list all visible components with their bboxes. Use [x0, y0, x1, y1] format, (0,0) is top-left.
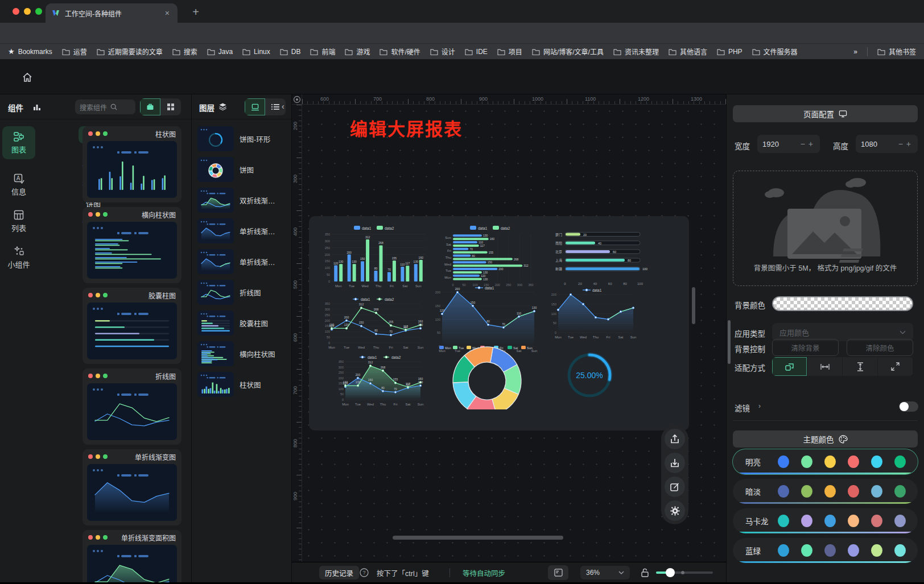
new-tab-button[interactable]: + — [188, 5, 204, 20]
settings-button[interactable] — [665, 500, 685, 521]
bookmark-folder[interactable]: Java — [207, 47, 233, 56]
bookmark-folder[interactable]: 文件服务器 — [752, 47, 798, 56]
zoom-slider[interactable] — [656, 571, 713, 574]
bookmark-folder[interactable]: 运营 — [62, 47, 87, 56]
bookmarks-overflow[interactable]: » — [853, 48, 857, 56]
canvas-horizontal-scrollbar[interactable] — [393, 536, 563, 540]
collapse-layers-icon[interactable]: ‹ — [282, 102, 284, 111]
bookmark-folder[interactable]: 前端 — [310, 47, 335, 56]
bg-color-swatch[interactable] — [772, 296, 913, 311]
chart-single-line-gradient-2[interactable]: 050100150200MonTueWedThuFriSatSundata1 — [547, 285, 639, 340]
chart-capsule[interactable]: 厦门20南阳40北京60上海80新疆100020406080100 — [548, 226, 649, 287]
export-button[interactable] — [665, 429, 685, 449]
bookmark-folder[interactable]: 网站/博客/文章/工具 — [532, 47, 604, 56]
maximize-window-button[interactable] — [35, 8, 42, 15]
browser-tab[interactable]: 工作空间-各种组件 × — [46, 3, 178, 23]
clear-color-button[interactable]: 清除颜色 — [847, 339, 913, 356]
width-stepper[interactable]: 1920 − + — [757, 135, 820, 153]
bookmark-folder[interactable]: 游戏 — [345, 47, 370, 56]
bookmark-folder[interactable]: Linux — [242, 47, 270, 56]
sidebar-item-1[interactable]: 图表 — [2, 126, 35, 159]
bookmark-folder[interactable]: 软件/硬件 — [380, 47, 420, 56]
layer-item[interactable]: 单折线渐… — [197, 218, 287, 243]
clear-background-button[interactable]: 清除背景 — [772, 339, 839, 356]
layer-item[interactable]: 折线图 — [197, 280, 287, 305]
bookmark-folder[interactable]: 搜索 — [172, 47, 197, 56]
component-card[interactable]: 柱状图 — [82, 126, 182, 202]
chart-pie[interactable]: MonTueWedThuFriSatSun — [434, 343, 540, 409]
bookmark-folder[interactable]: DB — [280, 47, 301, 56]
sidebar-item-4[interactable]: 小组件 — [2, 241, 35, 274]
layer-item[interactable]: 胶囊柱图 — [197, 310, 287, 336]
theme-color-button[interactable]: 主题颜色 — [733, 430, 918, 448]
close-window-button[interactable] — [13, 8, 19, 15]
edit-button[interactable] — [665, 477, 685, 497]
editor-canvas[interactable]: 编辑大屏报表 050100150200250300350Mon120130Tue… — [292, 94, 726, 582]
page-config-button[interactable]: 页面配置 — [733, 105, 918, 122]
layers-thumbnail-view-button[interactable] — [245, 98, 265, 115]
lock-icon[interactable] — [641, 566, 649, 579]
dashboard-preview[interactable]: 050100150200250300350Mon120130Tue200130W… — [309, 216, 689, 430]
filter-expand-chevron[interactable]: › — [758, 402, 761, 410]
bookmark-folder[interactable]: 项目 — [497, 47, 522, 56]
chart-ring-progress[interactable]: 25.00% — [559, 346, 620, 400]
zoom-select[interactable]: 36% — [580, 566, 630, 579]
height-plus-button[interactable]: + — [905, 139, 913, 148]
bookmark-folder[interactable]: PHP — [717, 47, 742, 56]
component-card[interactable]: 胶囊柱图 — [82, 288, 182, 364]
bookmarks-root[interactable]: ★ Bookmarks — [8, 47, 52, 56]
canvas-vertical-scrollbar[interactable] — [692, 287, 695, 324]
background-upload-dropzone[interactable]: 背景图需小于 5M， 格式为 png/jpg/gif 的文件 — [733, 171, 918, 286]
width-plus-button[interactable]: + — [807, 139, 815, 148]
fit-auto-button[interactable] — [772, 357, 807, 376]
fit-stretch-button[interactable] — [878, 357, 913, 376]
theme-row-2[interactable]: 暗淡 — [733, 479, 918, 504]
app-home-icon[interactable] — [22, 72, 33, 83]
layer-item[interactable]: 柱状图 — [197, 372, 287, 397]
width-minus-button[interactable]: − — [799, 139, 807, 148]
theme-row-4[interactable]: 蓝绿 — [733, 538, 918, 563]
fit-height-button[interactable] — [843, 357, 878, 376]
canvas-title-text[interactable]: 编辑大屏报表 — [350, 115, 463, 140]
theme-row-3[interactable]: 马卡龙 — [733, 508, 918, 533]
settings-scrollbar[interactable] — [728, 320, 731, 364]
notes-panel-button[interactable] — [548, 565, 568, 580]
bookmark-folder[interactable]: 设计 — [430, 47, 455, 56]
bookmark-folder[interactable]: 其他语言 — [669, 47, 707, 56]
ruler-corner[interactable] — [292, 94, 302, 105]
single-view-toggle-button[interactable] — [140, 98, 160, 115]
component-card[interactable]: 折线图 — [82, 368, 182, 445]
component-card[interactable]: 单折线渐变图 — [82, 449, 182, 525]
filter-toggle[interactable] — [899, 401, 918, 412]
height-stepper[interactable]: 1080 − + — [856, 135, 918, 153]
svg-text:Tue: Tue — [355, 403, 361, 406]
height-minus-button[interactable]: − — [897, 139, 905, 148]
search-input[interactable]: 搜索组件 — [75, 100, 135, 114]
chart-bar[interactable]: 050100150200250300350Mon120130Tue200130W… — [320, 224, 428, 289]
tab-close-icon[interactable]: × — [163, 9, 172, 18]
sidebar-item-3[interactable]: 列表 — [2, 205, 35, 238]
chart-line[interactable]: 050100150200250300350MonTueWedThuFriSatS… — [320, 295, 426, 350]
layer-item[interactable]: 饼图-环形 — [197, 126, 287, 151]
other-bookmarks[interactable]: 其他书签 — [877, 47, 916, 56]
layer-item[interactable]: 双折线渐… — [197, 188, 287, 213]
help-icon[interactable]: ? — [360, 566, 369, 579]
fit-width-button[interactable] — [807, 357, 843, 376]
chart-double-line-gradient[interactable]: 050100150200250300350MonTueWedThuFriSatS… — [334, 353, 426, 407]
layer-item[interactable]: 饼图 — [197, 157, 287, 182]
sidebar-item-2[interactable]: A信息 — [2, 168, 35, 201]
bookmark-folder[interactable]: 近期需要读的文章 — [97, 47, 163, 56]
import-button[interactable] — [665, 453, 685, 473]
component-card[interactable]: 单折线渐变面积图 — [82, 530, 182, 582]
zoom-slider-knob[interactable] — [666, 568, 675, 577]
theme-row-1[interactable]: 明亮 — [733, 449, 918, 474]
component-card[interactable]: 横向柱状图 — [82, 207, 182, 283]
grid-view-toggle-button[interactable] — [160, 98, 181, 115]
bookmark-folder[interactable]: IDE — [465, 47, 488, 56]
bookmark-folder[interactable]: 资讯未整理 — [613, 47, 659, 56]
layer-item[interactable]: 单折线渐… — [197, 249, 287, 274]
layer-item[interactable]: 横向柱状图 — [197, 341, 287, 366]
history-button[interactable]: 历史记录 — [319, 566, 359, 579]
minimize-window-button[interactable] — [24, 8, 31, 15]
chart-horizontal-bar[interactable]: 050100150200250300350Sun130160Sat110117F… — [439, 224, 542, 288]
